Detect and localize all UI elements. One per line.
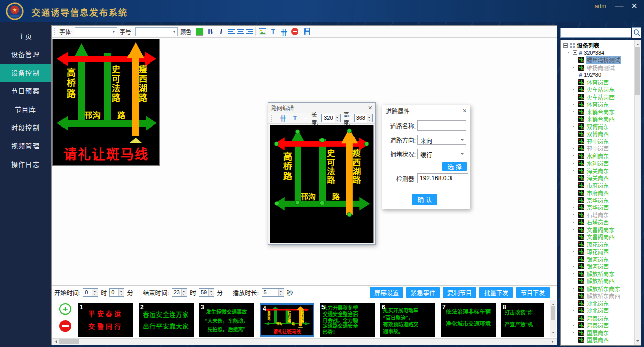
device-tree-item[interactable]: 解放桥岗西	[573, 277, 641, 285]
sidebar-item[interactable]: 节目库	[0, 101, 51, 119]
spinner-arrows[interactable]	[278, 289, 284, 296]
scroll-up-icon[interactable]	[552, 302, 555, 305]
align-center-icon[interactable]	[237, 29, 244, 34]
dialog-title-bar[interactable]: 路网编辑 ×	[268, 103, 375, 113]
add-program-button[interactable]: +	[59, 303, 71, 315]
scroll-down-icon[interactable]	[552, 332, 555, 335]
align-left-icon[interactable]	[228, 29, 235, 34]
action-button[interactable]: 批量下发	[479, 287, 513, 298]
logged-in-user[interactable]: adm	[595, 3, 606, 10]
device-tree-item[interactable]: 解放桥岗东	[573, 270, 641, 278]
spinner-arrows[interactable]	[367, 114, 372, 122]
bold-button[interactable]: B	[206, 27, 214, 36]
font-size-combobox[interactable]	[135, 27, 178, 36]
dialog-title-bar[interactable]: 道路属性 ×	[382, 105, 470, 116]
close-icon[interactable]: ×	[368, 104, 372, 111]
action-button[interactable]: 屏幕设置	[370, 287, 403, 298]
minimize-button[interactable]: —	[614, 0, 625, 11]
device-tree-item[interactable]: 京华岗东	[573, 197, 641, 204]
sidebar-item[interactable]: 时段控制	[0, 119, 51, 137]
program-thumb-6[interactable]: 6 扎实开展电动车 “百日整治”， 有效预防道路交 通事故。	[380, 303, 435, 337]
spinner-arrows[interactable]	[92, 289, 98, 296]
scroll-down-icon[interactable]	[636, 340, 639, 343]
device-tree-item[interactable]: 石塔岗西	[573, 218, 641, 226]
program-thumb-3[interactable]: 3 发生轻微交通事故 “人未伤，车能动， 先拍照，后撤离”	[199, 303, 254, 337]
editable-sign[interactable]: 高桥路 史可法路 瘦西湖路 邗沟 路 请礼让斑马线	[270, 125, 373, 243]
program-thumb-7[interactable]: 7 依法治理非标车辆 净化城市交通环境	[441, 303, 496, 337]
tree-group-192x80[interactable]: # 192*80	[568, 71, 641, 79]
device-tree-item[interactable]: 沙北岗东	[573, 300, 641, 307]
device-tree-item[interactable]: 体育岗西	[573, 79, 641, 86]
device-tree-item[interactable]: 海关岗西	[573, 174, 641, 182]
device-tree-item[interactable]: 国展岗西	[573, 336, 641, 344]
road-network-canvas[interactable]: 高桥路 史可法路 瘦西湖路 邗沟 路 请礼让斑马线	[270, 125, 374, 243]
align-right-icon[interactable]	[246, 29, 253, 34]
sidebar-item[interactable]: 设备控制	[0, 64, 51, 82]
device-tree-item[interactable]: 银河岗西	[573, 263, 641, 270]
search-button[interactable]	[632, 27, 641, 38]
device-tree-item[interactable]: 双博岗西	[573, 130, 641, 138]
playlist-vertical-scrollbar[interactable]	[550, 300, 556, 337]
road-tool-icon[interactable]: 卄	[279, 113, 287, 123]
remove-program-button[interactable]	[59, 320, 71, 332]
device-tree-item[interactable]: 琼花岗东	[573, 241, 641, 248]
spinner-arrows[interactable]	[181, 289, 187, 296]
device-tree-item[interactable]: 来鹤台岗东	[573, 108, 641, 116]
spinner-arrows[interactable]	[335, 114, 340, 122]
playlist-horizontal-scrollbar[interactable]	[52, 338, 557, 345]
tree-root[interactable]: 设备列表	[563, 42, 641, 49]
device-tree-item[interactable]: 国展岗东	[573, 329, 641, 337]
device-search-input[interactable]	[560, 28, 631, 38]
device-tree-item[interactable]: 解放桥东岗西	[573, 292, 641, 300]
start-hour-spinner[interactable]: 0	[83, 288, 98, 297]
device-tree-item[interactable]: 邗中岗西	[573, 145, 641, 152]
device-tree-item[interactable]: 火车站岗东	[573, 86, 641, 93]
device-tree-item[interactable]: 双博岗东	[573, 123, 641, 131]
tree-group-320x384[interactable]: # 320*384	[568, 49, 641, 57]
device-tree-item[interactable]: 体育岗东	[573, 101, 641, 108]
device-tree-item[interactable]: 鸿泰岗东	[573, 314, 641, 322]
program-thumb-5[interactable]: 5 大力开展秋冬季 交通安全整治百 日会战，全力稳 定道路交通安全 形势！	[320, 303, 375, 337]
collapse-icon[interactable]	[563, 43, 568, 48]
sidebar-item[interactable]: 节目预案	[0, 82, 51, 101]
device-tree-item[interactable]: 来鹤台岗西	[573, 115, 641, 123]
start-minute-spinner[interactable]: 0	[109, 288, 124, 297]
scrollbar-thumb[interactable]	[59, 339, 79, 344]
device-tree-item[interactable]: 市府岗西	[573, 189, 641, 197]
spinner-arrows[interactable]	[208, 289, 214, 296]
end-hour-spinner[interactable]: 23	[172, 288, 187, 297]
device-tree-item[interactable]: 海关岗东	[573, 167, 641, 175]
spinner-arrows[interactable]	[118, 289, 124, 296]
insert-image-icon[interactable]	[259, 28, 266, 35]
device-tree-item[interactable]: 火车站岗西	[573, 93, 641, 101]
scrollbar-thumb[interactable]	[635, 47, 640, 95]
scrollbar-thumb[interactable]	[551, 306, 555, 320]
close-icon[interactable]: ×	[463, 107, 467, 114]
device-tree-item[interactable]: 沙北岗西	[573, 307, 641, 314]
device-tree-item[interactable]: 京华岗西	[573, 204, 641, 211]
congestion-select[interactable]: 缓行	[417, 149, 466, 159]
length-spinner[interactable]: 320	[321, 114, 340, 122]
action-button[interactable]: 节目下发	[516, 287, 550, 298]
color-swatch[interactable]	[196, 28, 203, 36]
sidebar-item[interactable]: 操作日志	[0, 155, 51, 174]
height-spinner[interactable]: 368	[354, 114, 373, 122]
action-button[interactable]: 紧急事件	[406, 287, 440, 298]
select-detector-button[interactable]: 选 择	[442, 162, 467, 171]
sidebar-item[interactable]: 设备管理	[0, 46, 51, 64]
device-tree-item[interactable]: 石塔岗东	[573, 211, 641, 219]
close-button[interactable]: ×	[629, 0, 640, 11]
device-tree-item[interactable]: 银河岗东	[573, 256, 641, 263]
tree-vertical-scrollbar[interactable]	[634, 40, 641, 345]
italic-button[interactable]: I	[217, 27, 226, 36]
stop-icon[interactable]	[291, 28, 298, 35]
scroll-right-icon[interactable]	[552, 340, 555, 343]
device-tree-item[interactable]: 水利岗西	[573, 160, 641, 167]
program-thumb-2[interactable]: 2 春运安全连万家 出行平安靠大家	[139, 303, 194, 337]
device-tree-item[interactable]: 水利岗东	[573, 152, 641, 160]
road-direction-select[interactable]: 来向	[417, 135, 466, 145]
scroll-left-icon[interactable]	[54, 340, 57, 343]
program-thumb-4-selected[interactable]: 高桥路 史可法路 瘦西湖路 邗沟 路 请礼让斑马线 4	[260, 303, 314, 337]
end-minute-spinner[interactable]: 59	[199, 288, 214, 297]
text-tool-icon[interactable]: T	[269, 28, 277, 36]
